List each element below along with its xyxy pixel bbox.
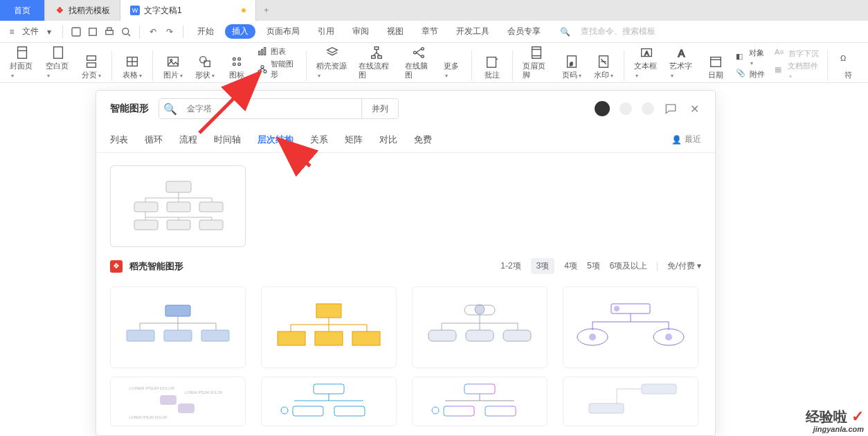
recent-link[interactable]: 👤最近 [671,134,701,145]
print-preview-icon[interactable] [87,26,99,38]
menu-devtools[interactable]: 开发工具 [449,24,496,39]
ribbon-shape[interactable]: 形状 [190,53,219,81]
svg-rect-41 [487,57,496,67]
search-go-button[interactable]: 并列 [361,98,398,119]
fire-icon: ❖ [55,6,64,15]
print-icon[interactable] [103,26,116,38]
menu-view[interactable]: 视图 [380,24,410,39]
undo-icon[interactable]: ↶ [147,26,159,38]
template-card[interactable] [261,287,397,368]
template-card[interactable] [563,376,698,426]
ribbon-table[interactable]: 表格 [118,53,147,81]
menu-start[interactable]: 开始 [190,24,221,39]
tab-relation[interactable]: 关系 [310,132,328,147]
ribbon-smart[interactable]: 智能图形 [257,59,298,80]
tab-matrix[interactable]: 矩阵 [345,132,363,147]
menu-layout[interactable]: 页面布局 [260,24,307,39]
chevron-down-icon[interactable]: ▾ [43,26,55,38]
svg-rect-89 [278,331,305,345]
ribbon-textbox[interactable]: A文本框 [630,44,663,81]
ribbon-docparts[interactable]: ▦文档部件 [775,61,819,80]
filter-4[interactable]: 4项 [564,260,577,272]
svg-line-39 [416,48,421,53]
check-icon: ✓ [847,408,864,425]
tab-cycle[interactable]: 循环 [145,132,163,147]
filter-6plus[interactable]: 6项及以上 [610,260,648,272]
svg-rect-127 [444,406,474,416]
hamburger-icon[interactable]: ≡ [6,26,18,38]
svg-text:LOREM IPSUM DOLOR: LOREM IPSUM DOLOR [185,390,223,394]
chat-icon[interactable] [664,102,678,116]
template-card[interactable]: LOREM IPSUM DOLOR LOREM IPSUM DOLOR LORE… [110,376,246,426]
label: 水印 [594,71,613,80]
label: 更多 [444,62,462,80]
ribbon-cover[interactable]: 封面页 [6,44,39,81]
template-card[interactable] [261,376,397,426]
svg-rect-90 [315,331,343,345]
ribbon-watermark[interactable]: 水印 [589,53,618,81]
filter-paid[interactable]: 免/付费 ▾ [667,260,701,272]
filter-3[interactable]: 3项 [531,258,555,274]
ribbon-mindmap[interactable]: 在线脑图 [401,44,437,81]
tab-timeline[interactable]: 时间轴 [214,132,241,147]
divider [827,51,828,81]
ribbon-date[interactable]: 日期 [701,53,730,81]
template-thumb [273,380,384,423]
menu-insert[interactable]: 插入 [225,24,255,39]
ribbon-more[interactable]: 更多 [440,60,466,81]
menu-reference[interactable]: 引用 [311,24,341,39]
svg-point-124 [432,407,439,414]
panel-title: 智能图形 [110,102,149,115]
ribbon-flowchart[interactable]: 在线流程图 [354,44,397,81]
search-icon[interactable]: 🔍 [559,26,571,38]
ribbon-chart[interactable]: 图表 [257,46,298,57]
menu-member[interactable]: 会员专享 [500,24,548,39]
tab-templates[interactable]: ❖ 找稻壳模板 [45,0,120,21]
svg-line-29 [262,69,265,71]
status-icon-2 [642,102,654,115]
template-thumb [575,300,686,355]
tab-process[interactable]: 流程 [179,132,197,147]
ribbon-object[interactable]: ◧对象 [736,48,766,66]
template-card[interactable] [563,287,698,368]
cover-icon [15,45,30,60]
filter-1-2[interactable]: 1-2项 [500,260,521,272]
tab-hierarchy[interactable]: 层次结构 [257,132,293,147]
ribbon-pagebreak[interactable]: 分页 [77,53,106,81]
tab-document[interactable]: W 文字文稿1 [120,0,256,21]
tab-home[interactable]: 首页 [0,0,45,21]
redo-icon[interactable]: ↷ [163,26,176,38]
ribbon-pagenum[interactable]: #页码 [557,53,586,81]
save-icon[interactable] [70,26,82,38]
ribbon-icon[interactable]: 图标 [222,53,251,81]
tab-compare[interactable]: 对比 [379,132,397,147]
ribbon-headerfooter[interactable]: 页眉页脚 [518,44,554,81]
tab-list[interactable]: 列表 [110,132,128,147]
menu-file[interactable]: 文件 [22,26,39,37]
template-card[interactable] [412,376,548,426]
ribbon-blank[interactable]: 空白页 [42,44,75,81]
avatar[interactable] [595,101,610,116]
preview-icon[interactable] [120,26,132,38]
tab-free[interactable]: 免费 [414,132,432,147]
ribbon-picture[interactable]: 图片 [159,53,188,81]
new-tab-button[interactable]: + [256,0,277,21]
builtin-card[interactable] [110,165,246,247]
search-input[interactable] [181,104,361,113]
ribbon-comment[interactable]: 批注 [478,53,507,81]
svg-point-21 [238,63,241,66]
filter-5[interactable]: 5项 [587,260,600,272]
ribbon-dropcap[interactable]: A≡首字下沉 [775,48,819,59]
menu-review[interactable]: 审阅 [345,24,376,39]
search-hint[interactable]: 查找命令、搜索模板 [581,26,655,37]
template-card[interactable] [110,287,246,368]
ribbon-wordart[interactable]: A艺术字 [665,44,698,81]
ribbon-attachment[interactable]: 📎附件 [736,69,766,80]
menu-chapter[interactable]: 章节 [415,24,445,39]
svg-rect-74 [165,305,190,316]
ribbon-symbol[interactable]: Ω符 [833,53,862,81]
close-button[interactable]: ✕ [687,102,701,116]
svg-rect-82 [201,330,229,341]
template-card[interactable] [412,287,548,368]
ribbon-resources[interactable]: 稻壳资源 [312,44,352,81]
